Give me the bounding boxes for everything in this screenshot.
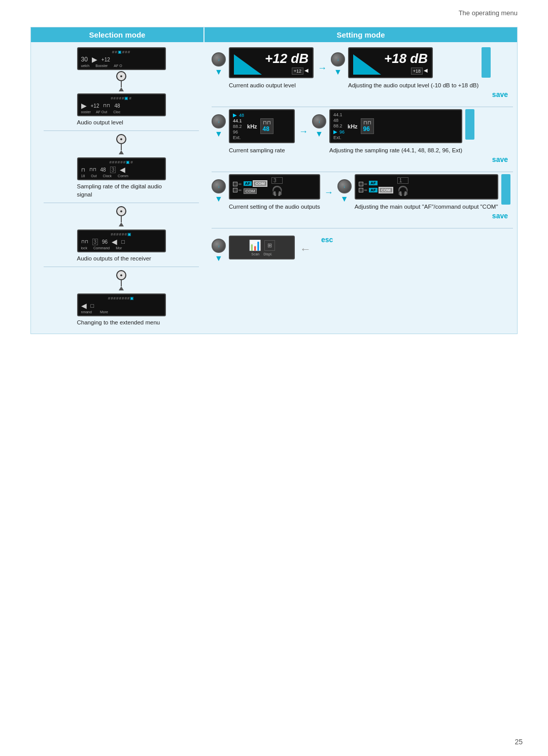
knob-icon-3: ↓ bbox=[212, 179, 226, 193]
setting-section-audio-level: ↓ ▼ +12 dB bbox=[212, 47, 513, 107]
knob-icon-1: ↓ bbox=[212, 52, 226, 67]
page-number: 25 bbox=[515, 738, 523, 746]
selection-column: ##▣### 30 ▶ +12 uelch Booster AF O bbox=[35, 47, 208, 328]
sel-row-audio-level: ##▣### 30 ▶ +12 uelch Booster AF O bbox=[35, 47, 208, 126]
nav-circle-4[interactable]: ● bbox=[116, 270, 126, 280]
adjust-audio-level-display: +18 dB +18 ◀ bbox=[348, 47, 433, 78]
adjust-outputs-desc: Adjusting the main output "AF"/command o… bbox=[355, 203, 498, 211]
adjust-sampling-desc: Adjusting the sampling rate (44.1, 48, 8… bbox=[329, 146, 462, 154]
nav-circle-1[interactable]: ● bbox=[116, 71, 126, 81]
row-arrow-2: → bbox=[299, 126, 308, 137]
sel-row-audio-outputs: ######▣ ⊓⊓ 3 96 ◀ □ lock Command Mor bbox=[35, 229, 208, 262]
screen-audio-outputs: ######▣ ⊓⊓ 3 96 ◀ □ lock Command Mor bbox=[77, 229, 166, 252]
screen-sampling: ######▣# ⊓ ⊓⊓ 48 3 ◀ 18 Out Clock C bbox=[77, 157, 166, 180]
knob-icon-1b: ↓ bbox=[331, 52, 345, 67]
desc-extended: Changing to the extended menu bbox=[77, 318, 166, 326]
setting-mode-header: Setting mode bbox=[204, 27, 517, 42]
screen-audio-level-top: ##▣### 30 ▶ +12 uelch Booster AF O bbox=[77, 47, 166, 70]
row-arrow-1: → bbox=[318, 63, 327, 74]
db-small-box: +12 bbox=[292, 68, 303, 75]
knob-icon-3b: ↓ bbox=[337, 179, 352, 193]
page-header: The operating menu bbox=[0, 0, 548, 22]
desc-audio-level: Audio output level bbox=[77, 118, 166, 126]
checkbox-af-1 bbox=[233, 182, 237, 186]
setting-column: ↓ ▼ +12 dB bbox=[208, 47, 513, 328]
nav-circle-3[interactable]: ● bbox=[116, 206, 126, 216]
current-outputs-desc: Current setting of the audio outputs bbox=[229, 203, 320, 211]
current-db-value: +12 dB bbox=[265, 51, 309, 67]
main-container: Selection mode Setting mode ##▣### 30 ▶ … bbox=[30, 27, 518, 334]
adjust-db-value: +18 dB bbox=[384, 51, 428, 67]
checkbox-af-2 bbox=[233, 188, 237, 192]
current-outputs-display: ═ ═ AF CO bbox=[229, 174, 320, 200]
current-sampling-desc: Current sampling rate bbox=[229, 146, 295, 154]
row-arrow-3: → bbox=[324, 187, 333, 198]
extended-menu-display: 📊 ⊞ Scan Displ. bbox=[229, 236, 295, 259]
blue-accent-1 bbox=[482, 47, 491, 78]
save-label-1: save bbox=[212, 90, 508, 98]
screen-audio-level: #####▣# ▶ +12 ⊓⊓ 48 ooster AF Out Cloc bbox=[77, 93, 166, 116]
mode-headers: Selection mode Setting mode bbox=[31, 27, 517, 42]
setting-section-extended: ↓ ▼ 📊 ⊞ bbox=[212, 231, 513, 266]
current-sampling-display: ▶ 48 44.1 88.2 96 Ext. kHz bbox=[229, 109, 295, 143]
checkbox-adj-af-1 bbox=[359, 182, 363, 186]
checkbox-adj-af-2 bbox=[359, 188, 363, 192]
desc-audio-outputs: Audio outputs of the receiver bbox=[77, 254, 166, 262]
content-area: ##▣### 30 ▶ +12 uelch Booster AF O bbox=[31, 42, 517, 334]
desc-sampling: Sampling rate of the digital audio signa… bbox=[77, 182, 166, 199]
sel-row-sampling: ######▣# ⊓ ⊓⊓ 48 3 ◀ 18 Out Clock C bbox=[35, 157, 208, 199]
blue-accent-2 bbox=[465, 109, 474, 140]
adjust-sampling-display: 44.1 48 88.2 ▶ 96 Ext. kHz bbox=[329, 109, 462, 143]
screen-extended: ########▣ ◀ □ nmand More bbox=[77, 293, 166, 316]
knob-icon-4: ↓ bbox=[212, 239, 226, 253]
nav-circle-2[interactable]: ● bbox=[116, 134, 126, 144]
knob-icon-2b: ↓ bbox=[312, 114, 326, 128]
blue-accent-3 bbox=[501, 174, 510, 205]
sel-row-extended: ########▣ ◀ □ nmand More Changing to the… bbox=[35, 293, 208, 326]
save-label-2: save bbox=[212, 155, 508, 163]
db-small-box-2: +18 bbox=[411, 68, 423, 75]
current-audio-desc: Current audio output level bbox=[229, 81, 296, 89]
selection-mode-header: Selection mode bbox=[31, 27, 203, 42]
setting-section-outputs: ↓ ▼ ═ bbox=[212, 174, 513, 228]
knob-icon-2: ↓ bbox=[212, 114, 226, 128]
setting-section-sampling: ↓ ▼ ▶ 48 44.1 bbox=[212, 109, 513, 172]
adjust-audio-desc: Adjusting the audio output level (-10 dB… bbox=[348, 81, 478, 89]
save-label-3: save bbox=[212, 212, 508, 220]
current-audio-level-display: +12 dB +12 ◀ bbox=[229, 47, 314, 78]
adjust-outputs-display: ═ ═ AF bbox=[355, 174, 498, 200]
esc-label: esc bbox=[321, 236, 333, 244]
